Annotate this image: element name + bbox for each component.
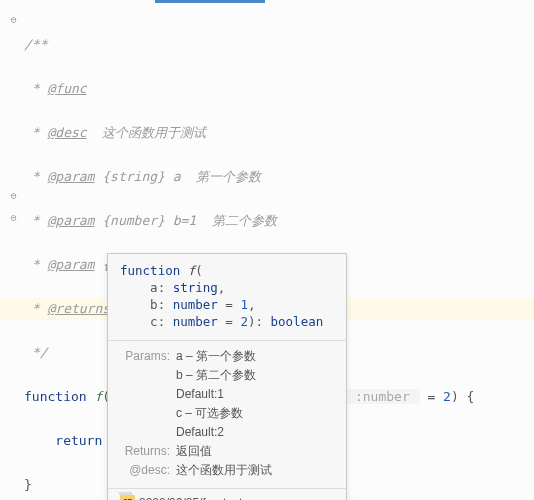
gutter: ⊖ ⊖ ⊖ (0, 12, 22, 500)
code-line: * @param {number} b=1 第二个参数 (24, 210, 474, 232)
returns-desc: 返回值 (176, 442, 334, 461)
code-line: * @desc 这个函数用于测试 (24, 122, 474, 144)
fold-icon[interactable]: ⊖ (8, 190, 19, 201)
fold-icon[interactable]: ⊖ (8, 212, 19, 223)
popup-footer: JS 2020/06/25/fun-test.js ⋮ (108, 489, 346, 500)
fold-icon[interactable]: ⊖ (8, 14, 19, 25)
desc-text: 这个函数用于测试 (176, 461, 334, 480)
code-line: /** (24, 34, 474, 56)
param-desc: c – 可选参数 (176, 404, 334, 423)
param-default: Default:2 (176, 423, 334, 442)
popup-signature: function f( a: string, b: number = 1, c:… (108, 254, 346, 341)
params-label: Params: (120, 347, 176, 366)
param-desc: a – 第一个参数 (176, 347, 334, 366)
popup-details: Params:a – 第一个参数 b – 第二个参数 Default:1 c –… (108, 341, 346, 489)
param-desc: b – 第二个参数 (176, 366, 334, 385)
js-file-icon: JS (120, 495, 135, 500)
file-path: 2020/06/25/fun-test.js (139, 495, 246, 500)
documentation-popup: function f( a: string, b: number = 1, c:… (107, 253, 347, 500)
param-default: Default:1 (176, 385, 334, 404)
active-tab-indicator (155, 0, 265, 3)
code-line: * @func (24, 78, 474, 100)
code-line: * @param {string} a 第一个参数 (24, 166, 474, 188)
desc-label: @desc: (120, 461, 176, 480)
returns-label: Returns: (120, 442, 176, 461)
